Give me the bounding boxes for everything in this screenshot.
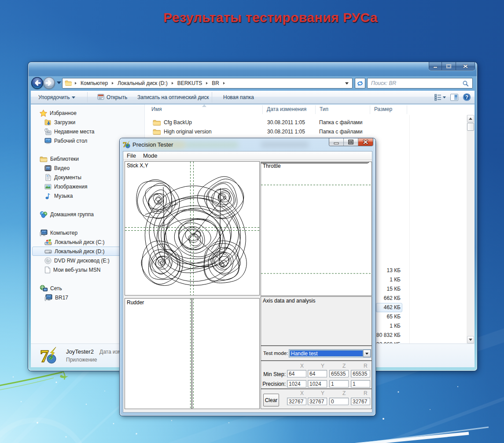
svg-text:7: 7 [40,346,49,365]
svg-text:?: ? [465,94,468,100]
